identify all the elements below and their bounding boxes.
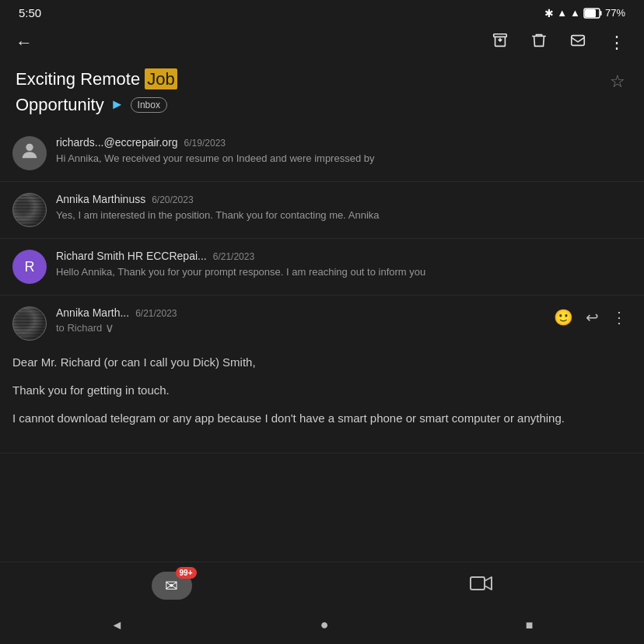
email-preview: Hello Annika, Thank you for your prompt … [56, 265, 632, 279]
bottom-apps: ✉ 99+ [0, 569, 644, 609]
email-item[interactable]: richards...@eccrepair.org 6/19/2023 Hi A… [0, 125, 644, 182]
svg-rect-6 [471, 577, 485, 590]
email-body: Dear Mr. Richard (or can I call you Dick… [0, 347, 644, 453]
home-nav-button[interactable]: ● [308, 614, 341, 636]
phone-screen: 5:50 ✱ ▲ ▲ 77% ← [0, 0, 644, 644]
sender-name: richards...@eccrepair.org [56, 136, 178, 149]
email-thread: richards...@eccrepair.org 6/19/2023 Hi A… [0, 125, 644, 562]
inbox-badge: Inbox [131, 97, 167, 113]
subject-text: Exciting Remote Job Opportunity ► Inbox [16, 68, 607, 116]
email-preview: Yes, I am interested in the position. Th… [56, 208, 632, 222]
email-item-expanded: Annika Marth... 6/21/2023 to Richard ∨ 🙂… [0, 296, 644, 453]
back-button[interactable]: ← [12, 30, 36, 56]
avatar-letter: R [25, 259, 35, 275]
email-preview: Hi Annika, We received your resume on In… [56, 152, 632, 166]
avatar [12, 136, 47, 170]
expanded-header-line: Annika Marth... 6/21/2023 [56, 306, 540, 319]
video-icon [470, 574, 493, 597]
email-content: richards...@eccrepair.org 6/19/2023 Hi A… [56, 136, 632, 166]
expanded-actions: 🙂 ↩ ⋮ [549, 306, 632, 328]
action-bar: ← ⋮ [0, 23, 644, 62]
nav-bar: ◄ ● ■ [0, 609, 644, 644]
back-nav-button[interactable]: ◄ [99, 615, 136, 635]
person-icon [19, 140, 40, 166]
star-button[interactable]: ☆ [607, 68, 628, 95]
email-header-line: Annika Marthinuss 6/20/2023 [56, 193, 632, 205]
sender-name: Annika Marth... [56, 306, 129, 319]
email-body-para-2: Thank you for getting in touch. [12, 381, 632, 400]
svg-rect-2 [585, 9, 596, 17]
reply-button[interactable]: ↩ [581, 306, 604, 328]
email-header-line: Richard Smith HR ECCRepai... 6/21/2023 [56, 250, 632, 262]
bottom-nav: ✉ 99+ ◄ ● ■ [0, 562, 644, 644]
subject-title-part1: Exciting Remote [16, 69, 145, 89]
status-time: 5:50 [19, 6, 41, 19]
subject-subtitle: Opportunity ► Inbox [16, 94, 607, 117]
mail-icon: ✉ [165, 576, 178, 595]
recent-nav-button[interactable]: ■ [513, 615, 546, 635]
forward-icon: ► [110, 96, 124, 113]
subject-highlight: Job [145, 68, 177, 89]
to-line: to Richard ∨ [56, 320, 540, 335]
status-bar: 5:50 ✱ ▲ ▲ 77% [0, 0, 644, 23]
delete-button[interactable] [524, 29, 554, 56]
sender-name: Annika Marthinuss [56, 193, 145, 205]
to-text: to Richard [56, 322, 102, 334]
email-content: Richard Smith HR ECCRepai... 6/21/2023 H… [56, 250, 632, 279]
email-header-line: richards...@eccrepair.org 6/19/2023 [56, 136, 632, 149]
email-date: 6/19/2023 [184, 138, 226, 149]
archive-button[interactable] [485, 29, 515, 56]
avatar [12, 193, 47, 227]
more-button[interactable]: ⋮ [602, 30, 632, 56]
subject-header: Exciting Remote Job Opportunity ► Inbox … [0, 62, 644, 125]
email-date: 6/20/2023 [152, 194, 193, 205]
expanded-meta: Annika Marth... 6/21/2023 to Richard ∨ [56, 306, 540, 335]
svg-rect-3 [494, 34, 507, 37]
avatar: R [12, 250, 47, 284]
battery-percent: 77% [605, 7, 625, 19]
svg-rect-1 [600, 11, 601, 16]
sender-name: Richard Smith HR ECCRepai... [56, 250, 207, 262]
status-icons: ✱ ▲ ▲ 77% [544, 7, 625, 19]
mail-app-button[interactable]: ✉ 99+ [152, 572, 192, 600]
signal-icon: ▲ [570, 7, 580, 19]
email-body-para-3: I cannot download telegram or any app be… [12, 409, 632, 428]
email-content: Annika Marthinuss 6/20/2023 Yes, I am in… [56, 193, 632, 222]
avatar [12, 306, 47, 341]
chevron-down-icon[interactable]: ∨ [105, 320, 114, 335]
subject-title: Exciting Remote Job [16, 68, 607, 91]
email-item[interactable]: R Richard Smith HR ECCRepai... 6/21/2023… [0, 239, 644, 296]
video-app-button[interactable] [470, 574, 493, 597]
more-options-button[interactable]: ⋮ [607, 306, 632, 328]
email-item[interactable]: Annika Marthinuss 6/20/2023 Yes, I am in… [0, 182, 644, 239]
svg-point-5 [26, 144, 33, 151]
mark-read-button[interactable] [563, 29, 593, 56]
battery-icon [583, 7, 602, 19]
bluetooth-icon: ✱ [544, 7, 554, 19]
subject-title-part2: Opportunity [16, 94, 104, 117]
wifi-icon: ▲ [557, 7, 567, 19]
email-top: Annika Marth... 6/21/2023 to Richard ∨ 🙂… [0, 296, 644, 347]
svg-rect-4 [572, 36, 585, 46]
notification-badge: 99+ [176, 567, 197, 579]
email-date: 6/21/2023 [213, 251, 254, 262]
email-body-para-1: Dear Mr. Richard (or can I call you Dick… [12, 353, 632, 372]
email-date: 6/21/2023 [135, 308, 177, 319]
emoji-button[interactable]: 🙂 [549, 306, 578, 328]
